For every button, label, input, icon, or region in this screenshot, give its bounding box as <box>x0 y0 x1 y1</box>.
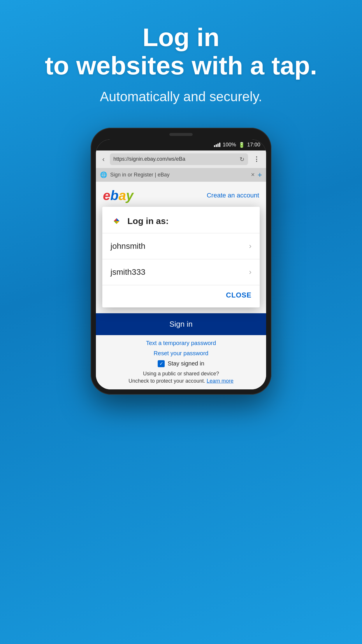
signal-indicator <box>214 143 220 147</box>
account-item-2[interactable]: jsmith333 › <box>102 259 260 285</box>
browser-toolbar: ‹ https://signin.ebay.com/ws/eBa ↻ ⋮ <box>96 150 266 168</box>
battery-icon: 🔋 <box>238 142 245 148</box>
header-section: Log in to websites with a tap. Automatic… <box>0 0 362 116</box>
phone-screen: 100% 🔋 17:00 ‹ https://signin.ebay.com/w… <box>96 139 266 389</box>
svg-marker-1 <box>117 218 120 221</box>
phone-container: 100% 🔋 17:00 ‹ https://signin.ebay.com/w… <box>0 128 362 395</box>
ebay-header: e b a y Create an account <box>103 188 259 207</box>
ebay-logo-y: y <box>126 188 133 203</box>
globe-icon: 🌐 <box>100 171 107 178</box>
login-dialog-header: Log in as: <box>102 207 260 233</box>
phone-speaker <box>169 133 193 136</box>
tab-close-icon[interactable]: × <box>251 171 255 178</box>
back-button[interactable]: ‹ <box>100 154 107 164</box>
webpage-content: e b a y Create an account <box>96 182 266 313</box>
app-logo <box>110 215 123 227</box>
dialog-footer: CLOSE <box>102 285 260 307</box>
battery-percent: 100% <box>223 142 236 148</box>
account-username-1: johnsmith <box>110 242 145 251</box>
status-bar: 100% 🔋 17:00 <box>96 139 266 150</box>
phone-outer: 100% 🔋 17:00 ‹ https://signin.ebay.com/w… <box>91 128 271 395</box>
menu-button[interactable]: ⋮ <box>251 154 262 164</box>
stay-signed-checkbox[interactable]: ✓ <box>158 360 165 367</box>
dialog-title: Log in as: <box>127 216 169 226</box>
refresh-icon[interactable]: ↻ <box>240 156 245 163</box>
learn-more-link[interactable]: Learn more <box>207 378 233 384</box>
stay-signed-row: ✓ Stay signed in <box>103 360 259 367</box>
ebay-logo-a: a <box>119 188 126 203</box>
signal-bar-4 <box>219 143 220 147</box>
url-bar[interactable]: https://signin.ebay.com/ws/eBa ↻ <box>110 153 248 165</box>
stay-signed-label: Stay signed in <box>168 360 204 367</box>
create-account-link[interactable]: Create an account <box>207 192 259 199</box>
webpage-footer: Text a temporary password Reset your pas… <box>96 335 266 389</box>
footer-note: Using a public or shared device? Uncheck… <box>103 370 259 385</box>
ebay-logo-e: e <box>103 188 110 203</box>
tab-title[interactable]: Sign in or Register | eBay <box>110 172 248 178</box>
time-display: 17:00 <box>247 142 260 148</box>
svg-marker-2 <box>117 221 120 224</box>
chevron-right-icon-1: › <box>249 242 252 251</box>
login-dialog: Log in as: johnsmith › jsmith333 › CLO <box>102 207 260 307</box>
chevron-right-icon-2: › <box>249 267 252 276</box>
subtitle: Automatically and securely. <box>0 89 362 104</box>
ebay-logo-b: b <box>110 188 119 203</box>
browser-tab-bar: 🌐 Sign in or Register | eBay × + <box>96 168 266 182</box>
main-title: Log in to websites with a tap. <box>0 23 362 80</box>
reset-password-link[interactable]: Reset your password <box>103 350 259 357</box>
svg-marker-0 <box>114 218 117 221</box>
url-text: https://signin.ebay.com/ws/eBa <box>113 156 185 162</box>
account-item-1[interactable]: johnsmith › <box>102 233 260 259</box>
close-button[interactable]: CLOSE <box>226 291 252 299</box>
text-password-link[interactable]: Text a temporary password <box>103 340 259 346</box>
ebay-logo: e b a y <box>103 188 133 203</box>
signal-bar-3 <box>217 144 219 147</box>
signal-bar-1 <box>214 145 215 147</box>
account-username-2: jsmith333 <box>110 267 145 277</box>
signin-button[interactable]: Sign in <box>96 313 266 335</box>
new-tab-icon[interactable]: + <box>258 170 262 179</box>
signal-bar-2 <box>216 144 217 147</box>
svg-marker-3 <box>114 221 117 224</box>
